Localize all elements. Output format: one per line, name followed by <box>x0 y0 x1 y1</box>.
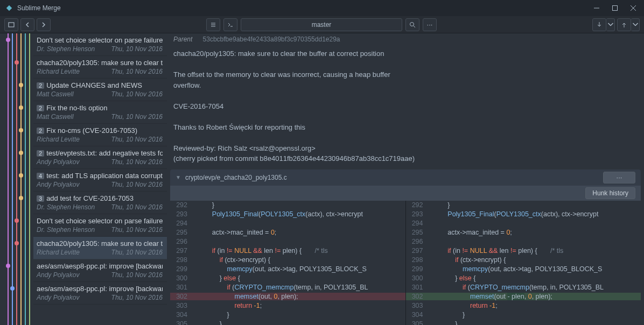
commit-item[interactable]: aes/asm/aesp8-ppc.pl: improve [backward]… <box>33 259 167 282</box>
commit-item[interactable]: Don't set choice selector on parse failu… <box>33 33 167 56</box>
terminal-button[interactable] <box>223 18 237 31</box>
svg-rect-2 <box>613 6 618 11</box>
line-number: 303 <box>170 302 193 309</box>
search-button[interactable] <box>405 18 419 31</box>
commit-detail: Parent 53cbcbfbe9abe4fe2433a89bf3c970355… <box>167 33 644 325</box>
line-number: 297 <box>406 247 429 255</box>
menu-button[interactable] <box>206 18 220 31</box>
diff-line: 295 actx->mac_inited = 0; <box>170 228 405 237</box>
branch-selector[interactable]: master <box>241 18 402 31</box>
more-button[interactable]: ··· <box>423 18 437 31</box>
parent-hash[interactable]: 53cbcbfbe9abe4fe2433a89bf3c970355dd1e29a <box>203 36 340 43</box>
line-number: 299 <box>406 265 429 273</box>
graph-node-icon <box>6 264 10 268</box>
commit-item[interactable]: 2test/evptests.txt: add negative tests f… <box>33 146 167 169</box>
diff-line: 297 if (in != NULL && len != plen) { /* … <box>406 246 641 256</box>
diff-line: 296 <box>170 237 405 246</box>
commit-item[interactable]: aes/asm/aesp8-ppc.pl: improve [backward]… <box>33 282 167 305</box>
line-number: 301 <box>170 284 193 291</box>
line-number: 292 <box>406 201 429 209</box>
line-code: } <box>193 201 405 209</box>
line-code: memcpy(out, actx->tag, POLY1305_BLOCK_S <box>193 265 405 273</box>
line-number: 298 <box>170 256 193 264</box>
toolbar: master ··· <box>0 16 644 33</box>
commit-item[interactable]: 2Fix the no-tls optionMatt CaswellThu, 1… <box>33 101 167 124</box>
commit-message: chacha20/poly1305: make sure to clear th… <box>167 45 644 169</box>
commit-author: Dr. Stephen Henson <box>37 203 95 211</box>
push-button[interactable] <box>617 18 631 31</box>
line-code: actx->mac_inited = 0; <box>429 229 641 236</box>
nav-forward-button[interactable] <box>37 18 51 31</box>
commit-graph <box>0 33 33 325</box>
graph-node-icon <box>19 128 23 132</box>
line-code: if (ctx->encrypt) { <box>429 256 641 264</box>
line-number: 296 <box>170 238 193 245</box>
diff-line: 298 if (ctx->encrypt) { <box>406 256 641 265</box>
commit-subject-text: Fix the no-tls option <box>46 104 107 112</box>
commit-date: Thu, 10 Nov 2016 <box>111 68 163 75</box>
commit-item[interactable]: 2Fix no-cms (CVE-2016-7053)Richard Levit… <box>33 124 167 146</box>
commit-date: Thu, 10 Nov 2016 <box>111 158 163 166</box>
window-maximize-icon[interactable] <box>612 5 618 11</box>
file-path: crypto/evp/e_chacha20_poly1305.c <box>185 174 599 181</box>
commit-author: Matt Caswell <box>37 90 74 98</box>
hunk-history-button[interactable]: Hunk history <box>585 187 635 199</box>
window-minimize-icon[interactable] <box>593 5 600 11</box>
locations-button[interactable] <box>4 18 18 31</box>
pull-dropdown-icon[interactable] <box>606 18 615 31</box>
line-code: if (CRYPTO_memcmp(temp, in, POLY1305_BL <box>193 284 405 291</box>
commit-item[interactable]: 4test: add TLS application data corrupti… <box>33 169 167 192</box>
commit-subject-text: Fix no-cms (CVE-2016-7053) <box>46 126 137 135</box>
commit-author: Andy Polyakov <box>37 158 79 166</box>
graph-node-icon <box>19 151 23 155</box>
window-close-icon[interactable] <box>630 5 636 11</box>
commit-author: Richard Levitte <box>37 249 80 256</box>
diff-line: 302 memset(out, 0, plen); <box>170 292 405 301</box>
commit-subject-text: chacha20/poly1305: make sure to clear th… <box>37 59 163 67</box>
diff-line: 304 } <box>406 310 641 320</box>
diff-line: 300 } else { <box>170 274 405 283</box>
line-code: memset(out - plen, 0, plen); <box>429 293 641 300</box>
commit-subject-text: Don't set choice selector on parse failu… <box>37 36 163 44</box>
line-number: 294 <box>170 220 193 227</box>
app-logo-icon <box>5 4 13 12</box>
nav-back-button[interactable] <box>20 18 34 31</box>
commit-item[interactable]: chacha20/poly1305: make sure to clear th… <box>33 56 167 79</box>
svg-point-10 <box>410 22 414 26</box>
file-header[interactable]: ▼ crypto/evp/e_chacha20_poly1305.c ··· <box>170 169 641 186</box>
graph-node-icon <box>15 60 19 65</box>
diff-line: 293 Poly1305_Final(POLY1305_ctx(actx), c… <box>170 210 405 219</box>
line-number: 295 <box>406 229 429 236</box>
diff-line: 297 if (in != NULL && len != plen) { /* … <box>170 246 405 256</box>
commit-date: Thu, 10 Nov 2016 <box>111 294 163 301</box>
commit-subject-text: aes/asm/aesp8-ppc.pl: improve [backward] <box>37 262 163 270</box>
commit-subject-text: test: add TLS application data corruptio <box>46 172 163 180</box>
commit-badge: 4 <box>37 173 44 179</box>
line-number: 303 <box>406 302 429 309</box>
hunk-toolbar: Hunk history <box>170 186 641 201</box>
commit-item[interactable]: 3add test for CVE-2016-7053Dr. Stephen H… <box>33 192 167 214</box>
diff-pane-new: 292 }293 Poly1305_Final(POLY1305_ctx(act… <box>405 201 641 326</box>
commit-item[interactable]: Don't set choice selector on parse failu… <box>33 214 167 237</box>
line-code: return -1; <box>193 302 405 309</box>
svg-line-11 <box>414 26 415 27</box>
file-collapse-icon[interactable]: ▼ <box>176 174 181 180</box>
line-code: Poly1305_Final(POLY1305_ctx(actx), ctx->… <box>429 210 641 218</box>
pull-button[interactable] <box>592 18 606 31</box>
line-code: } else { <box>193 274 405 282</box>
diff-line: 303 return -1; <box>170 301 405 310</box>
line-code: } <box>193 320 405 325</box>
commit-item[interactable]: 2Update CHANGES and NEWSMatt CaswellThu,… <box>33 79 167 101</box>
diff-line: 300 } else { <box>406 274 641 283</box>
line-number: 292 <box>170 201 193 209</box>
line-number: 304 <box>170 311 193 319</box>
line-code: memcpy(out, actx->tag, POLY1305_BLOCK_S <box>429 265 641 273</box>
line-number: 304 <box>406 311 429 319</box>
commit-date: Thu, 10 Nov 2016 <box>111 271 163 279</box>
commit-item[interactable]: chacha20/poly1305: make sure to clear th… <box>33 237 167 259</box>
diff-line: 292 } <box>406 201 641 210</box>
push-dropdown-icon[interactable] <box>631 18 640 31</box>
line-code: memset(out, 0, plen); <box>193 293 405 300</box>
commit-author: Andy Polyakov <box>37 181 79 188</box>
file-menu-button[interactable]: ··· <box>603 172 635 183</box>
